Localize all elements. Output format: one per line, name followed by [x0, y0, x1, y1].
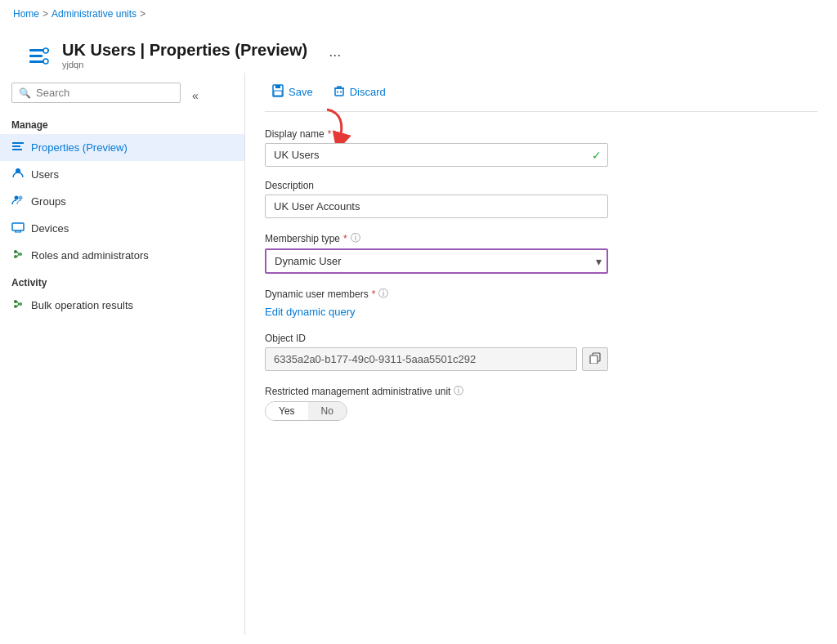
save-button[interactable]: Save — [265, 81, 320, 103]
collapse-button[interactable]: « — [189, 87, 202, 104]
svg-line-16 — [17, 254, 19, 257]
display-name-input[interactable] — [265, 143, 608, 167]
description-group: Description — [265, 180, 608, 218]
discard-label: Discard — [350, 86, 386, 98]
svg-point-4 — [43, 59, 48, 64]
object-id-group: Object ID — [265, 333, 608, 371]
object-id-row — [265, 347, 608, 371]
page-header: UK Users | Properties (Preview) yjdqn ··… — [13, 34, 824, 73]
object-id-label: Object ID — [265, 333, 608, 344]
edit-query-wrapper: Edit dynamic query — [265, 304, 608, 320]
svg-rect-1 — [29, 55, 43, 57]
dynamic-members-label: Dynamic user members * ⓘ — [265, 287, 608, 301]
sidebar-item-properties-label: Properties (Preview) — [31, 141, 128, 154]
sidebar-item-groups[interactable]: Groups — [0, 188, 244, 215]
membership-select-wrapper: Dynamic User Assigned ▾ — [265, 248, 608, 274]
membership-info-icon: ⓘ — [351, 231, 360, 245]
properties-icon — [11, 140, 25, 155]
yes-no-toggle[interactable]: Yes No — [265, 401, 347, 421]
display-name-required: * — [328, 128, 332, 140]
membership-type-group: Membership type * ⓘ Dynamic User Assigne… — [265, 231, 608, 274]
sidebar: 🔍 « Manage Properties (Preview) Users Gr… — [0, 73, 245, 635]
discard-icon — [333, 84, 346, 100]
membership-type-select[interactable]: Dynamic User Assigned — [265, 248, 608, 274]
display-name-label: Display name * — [265, 128, 608, 140]
svg-rect-6 — [12, 145, 20, 147]
search-icon: 🔍 — [19, 87, 31, 99]
sidebar-item-roles-label: Roles and administrators — [31, 249, 149, 262]
sidebar-item-bulk-label: Bulk operation results — [31, 299, 133, 311]
svg-point-19 — [19, 302, 22, 306]
svg-line-20 — [17, 302, 19, 304]
main-layout: 🔍 « Manage Properties (Preview) Users Gr… — [0, 73, 837, 635]
sidebar-item-roles[interactable]: Roles and administrators — [0, 242, 244, 269]
breadcrumb-sep2: > — [140, 8, 145, 20]
svg-rect-11 — [12, 223, 24, 230]
save-icon — [271, 84, 284, 100]
activity-section-label: Activity — [0, 269, 244, 292]
page-title: UK Users | Properties (Preview) — [62, 41, 307, 60]
sidebar-item-users-label: Users — [31, 168, 59, 181]
page-subtitle: yjdqn — [62, 60, 307, 69]
membership-required: * — [343, 233, 347, 244]
svg-line-15 — [17, 252, 19, 254]
dynamic-members-required: * — [372, 288, 376, 300]
no-button[interactable]: No — [308, 402, 347, 420]
breadcrumb-home[interactable]: Home — [13, 8, 39, 20]
dynamic-members-info-icon: ⓘ — [378, 287, 388, 301]
sidebar-item-properties[interactable]: Properties (Preview) — [0, 134, 244, 161]
breadcrumb: Home > Administrative units > — [0, 0, 837, 28]
sidebar-item-devices[interactable]: Devices — [0, 215, 244, 242]
sidebar-item-bulk[interactable]: Bulk operation results — [0, 292, 244, 319]
restricted-mgmt-info-icon: ⓘ — [454, 384, 463, 398]
users-icon — [11, 167, 25, 182]
more-button[interactable]: ··· — [324, 45, 346, 65]
sidebar-item-devices-label: Devices — [31, 222, 69, 235]
svg-point-14 — [19, 253, 22, 256]
search-bar[interactable]: 🔍 — [11, 83, 181, 103]
svg-point-3 — [43, 48, 48, 53]
description-label: Description — [265, 180, 608, 191]
form-section: Display name * ✓ Description Membership … — [265, 128, 608, 421]
page-icon — [26, 42, 52, 69]
edit-dynamic-query-button[interactable]: Edit dynamic query — [265, 304, 356, 320]
save-label: Save — [289, 86, 313, 98]
yes-button[interactable]: Yes — [266, 402, 308, 420]
main-content: Save Discard Display name * ✓ — [245, 73, 837, 635]
svg-point-12 — [14, 250, 17, 253]
svg-rect-7 — [12, 149, 22, 150]
svg-line-21 — [17, 304, 19, 306]
description-input[interactable] — [265, 195, 608, 218]
restricted-mgmt-label: Restricted management administrative uni… — [265, 384, 608, 398]
svg-rect-25 — [335, 88, 343, 96]
sidebar-item-users[interactable]: Users — [0, 161, 244, 188]
breadcrumb-sep1: > — [43, 8, 48, 20]
object-id-input — [265, 347, 577, 371]
discard-button[interactable]: Discard — [326, 81, 392, 103]
restricted-mgmt-group: Restricted management administrative uni… — [265, 384, 608, 421]
svg-rect-29 — [590, 356, 598, 364]
roles-icon — [11, 248, 25, 263]
groups-icon — [11, 194, 25, 209]
dynamic-members-group: Dynamic user members * ⓘ Edit dynamic qu… — [265, 287, 608, 320]
breadcrumb-admin-units[interactable]: Administrative units — [51, 8, 137, 20]
membership-type-label: Membership type * ⓘ — [265, 231, 608, 245]
toolbar: Save Discard — [265, 73, 817, 112]
manage-section-label: Manage — [0, 111, 244, 134]
svg-point-17 — [14, 300, 17, 303]
svg-point-18 — [14, 305, 17, 308]
svg-point-10 — [19, 196, 23, 200]
display-name-check-icon: ✓ — [592, 149, 602, 162]
svg-rect-5 — [12, 142, 24, 144]
search-input[interactable] — [36, 87, 173, 99]
svg-point-13 — [14, 255, 17, 258]
display-name-input-wrapper: ✓ — [265, 143, 608, 167]
sidebar-item-groups-label: Groups — [31, 195, 66, 208]
svg-point-9 — [15, 196, 19, 200]
devices-icon — [11, 221, 25, 236]
svg-rect-24 — [274, 91, 282, 96]
svg-rect-23 — [275, 85, 280, 88]
bulk-icon — [11, 297, 25, 313]
copy-object-id-button[interactable] — [582, 347, 608, 371]
copy-icon — [589, 354, 601, 366]
